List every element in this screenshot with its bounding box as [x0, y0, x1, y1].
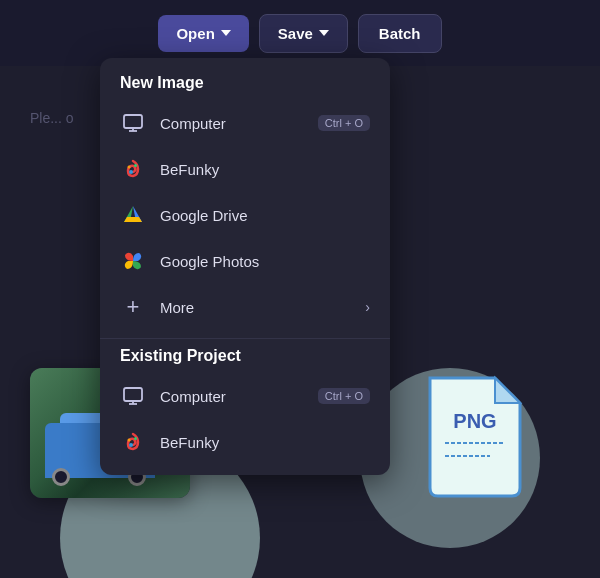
befunky-icon-existing — [120, 429, 146, 455]
svg-point-16 — [129, 443, 133, 447]
befunky-new-label: BeFunky — [160, 161, 370, 178]
save-chevron-icon — [319, 30, 329, 36]
new-image-section-title: New Image — [100, 74, 390, 100]
svg-point-17 — [134, 437, 137, 440]
more-label: More — [160, 299, 351, 316]
save-label: Save — [278, 25, 313, 42]
computer-new-label: Computer — [160, 115, 304, 132]
monitor-icon-existing — [120, 383, 146, 409]
menu-item-more[interactable]: + More › — [100, 284, 390, 330]
batch-button[interactable]: Batch — [358, 14, 442, 53]
open-label: Open — [176, 25, 214, 42]
svg-text:PNG: PNG — [453, 410, 496, 432]
placeholder-text: Ple... o — [30, 110, 74, 126]
more-arrow-icon: › — [365, 299, 370, 315]
svg-rect-13 — [124, 388, 142, 401]
save-button[interactable]: Save — [259, 14, 348, 53]
befunky-icon-new — [120, 156, 146, 182]
svg-point-8 — [134, 164, 137, 167]
gphotos-icon-new — [120, 248, 146, 274]
toolbar: Open Save Batch — [0, 0, 600, 66]
menu-item-gphotos-new[interactable]: Google Photos — [100, 238, 390, 284]
menu-item-befunky-existing[interactable]: BeFunky — [100, 419, 390, 465]
batch-label: Batch — [379, 25, 421, 42]
plus-icon: + — [120, 294, 146, 320]
existing-project-section-title: Existing Project — [100, 347, 390, 373]
computer-new-shortcut: Ctrl + O — [318, 115, 370, 131]
svg-point-9 — [128, 166, 131, 169]
menu-item-computer-existing[interactable]: Computer Ctrl + O — [100, 373, 390, 419]
png-file-icon: PNG — [420, 368, 530, 498]
svg-point-18 — [128, 439, 131, 442]
open-dropdown-menu: New Image Computer Ctrl + O BeFunky — [100, 58, 390, 475]
gphotos-new-label: Google Photos — [160, 253, 370, 270]
svg-marker-12 — [124, 217, 142, 222]
computer-existing-label: Computer — [160, 388, 304, 405]
svg-point-7 — [129, 170, 133, 174]
monitor-icon-new — [120, 110, 146, 136]
gdrive-icon-new — [120, 202, 146, 228]
open-chevron-icon — [221, 30, 231, 36]
befunky-existing-label: BeFunky — [160, 434, 370, 451]
svg-rect-3 — [124, 115, 142, 128]
gdrive-new-label: Google Drive — [160, 207, 370, 224]
open-button[interactable]: Open — [158, 15, 248, 52]
menu-item-gdrive-new[interactable]: Google Drive — [100, 192, 390, 238]
computer-existing-shortcut: Ctrl + O — [318, 388, 370, 404]
menu-divider — [100, 338, 390, 339]
menu-item-computer-new[interactable]: Computer Ctrl + O — [100, 100, 390, 146]
menu-item-befunky-new[interactable]: BeFunky — [100, 146, 390, 192]
